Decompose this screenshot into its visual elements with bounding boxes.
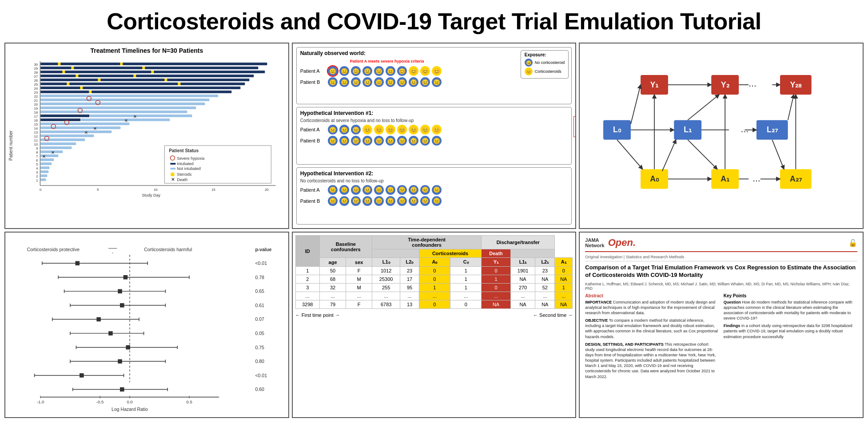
h1-fb-3: 😐 <box>351 136 361 146</box>
cell-l11: ... <box>510 292 535 300</box>
patient-a-row-h1: Patient A 😐 😐 😐 😊 😊 😊 😊 😊 😊 😊 <box>300 125 568 134</box>
svg-text:✕: ✕ <box>124 118 128 123</box>
h2-fb-4: 😐 <box>362 196 372 206</box>
svg-text:0: 0 <box>40 188 42 192</box>
svg-text:2: 2 <box>36 174 38 178</box>
panel-paper: JAMA Network Open. 🔓 Original Investigat… <box>579 232 864 418</box>
svg-text:15: 15 <box>211 188 215 192</box>
cell-a0: 0 <box>419 300 450 309</box>
svg-text:0.78: 0.78 <box>255 275 264 280</box>
cortico-row: 😊 Corticosteroids <box>525 67 565 75</box>
face-b-8: 😐 <box>409 77 418 87</box>
col-a0: A₀ <box>419 258 450 267</box>
svg-text:<0.01: <0.01 <box>255 373 267 378</box>
svg-text:Log Hazard Ratio: Log Hazard Ratio <box>111 406 148 412</box>
svg-rect-42 <box>40 103 205 105</box>
svg-text:Corticosteroids harmful: Corticosteroids harmful <box>144 247 192 252</box>
svg-rect-179 <box>80 373 84 378</box>
face-a-3: 😐 <box>351 66 361 76</box>
cell-id: 3298 <box>295 300 319 309</box>
forest-svg: Corticosteroids protective Corticosteroi… <box>11 236 283 414</box>
patient-b-row-h1: Patient B 😐 😐 😐 😐 😐 😐 😐 😐 😐 😐 <box>300 136 568 146</box>
h2-patient-b-label: Patient B <box>300 198 326 204</box>
panel-table: ID Baselineconfounders Time-dependentcon… <box>292 232 577 418</box>
importance-label: IMPORTANCE <box>585 300 613 304</box>
h1-fb-5: 😐 <box>374 136 384 146</box>
table-row: 3298 79 F 6783 13 0 0 NA NA NA NA <box>295 300 573 309</box>
patient-b-row-h2: Patient B 😐 😐 😐 😐 😐 😐 😐 😐 😐 😐 <box>300 196 568 206</box>
svg-text:...: ... <box>753 173 760 183</box>
svg-text:8: 8 <box>36 150 38 154</box>
h1-patient-a-label: Patient A <box>300 127 326 132</box>
svg-text:21: 21 <box>34 99 38 103</box>
cell-l20: 17 <box>400 275 419 284</box>
svg-rect-44 <box>40 110 187 113</box>
objective-section: OBJECTIVE To compare a modern method for… <box>585 318 719 339</box>
face-b-4: 😐 <box>362 77 372 87</box>
svg-text:✕: ✕ <box>51 150 55 155</box>
annotation-label: Patient A meets severe hypoxia criteria <box>350 59 424 63</box>
h2-fb-6: 😐 <box>386 196 395 206</box>
objective-label: OBJECTIVE <box>585 318 609 323</box>
svg-text:0.80: 0.80 <box>255 359 264 364</box>
svg-text:p-value: p-value <box>255 247 271 252</box>
design-section: DESIGN, SETTINGS, AND PARTICIPANTS This … <box>585 342 719 379</box>
svg-rect-45 <box>40 114 89 117</box>
h2-fb-1: 😐 <box>328 196 338 206</box>
table-row: ... ... ... ... ... ... ... ... ... ... … <box>295 292 573 300</box>
svg-text:0.5: 0.5 <box>186 399 192 404</box>
cell-a0: 0 <box>419 275 450 284</box>
jama-header: JAMA Network Open. 🔓 <box>585 237 857 252</box>
h1-fb-10: 😐 <box>432 136 442 146</box>
col-l20: L2₀ <box>400 258 419 267</box>
svg-rect-170 <box>108 331 113 335</box>
hyp1-subtitle: Corticosteroids at severe hypoxia and no… <box>300 118 568 123</box>
h2-fa-7: 😐 <box>397 185 407 195</box>
svg-rect-61 <box>40 170 48 173</box>
svg-text:Intubated: Intubated <box>177 162 194 166</box>
svg-rect-155 <box>76 261 80 265</box>
paper-two-col: Abstract IMPORTANCE Communication and ad… <box>585 293 857 382</box>
table-row: 3 32 M 255 95 1 1 0 270 52 1 <box>295 284 573 292</box>
cell-a0: ... <box>419 292 450 300</box>
jama-open-text: Open. <box>608 237 636 249</box>
svg-text:0.60: 0.60 <box>255 387 264 392</box>
h1-fa-2: 😐 <box>339 125 349 134</box>
patient-a-label: Patient A <box>300 68 326 74</box>
h2-fb-9: 😐 <box>420 196 430 206</box>
cell-l21: 52 <box>535 284 555 292</box>
cell-l20: 13 <box>400 300 419 309</box>
col-death-header: Death <box>482 249 510 258</box>
hyp1-title: Hypothetical Intervention #1: <box>300 110 568 116</box>
cell-c0: 1 <box>450 284 482 292</box>
h2-fa-2: 😐 <box>339 185 349 195</box>
svg-text:3: 3 <box>36 170 38 174</box>
cortico-label: Corticosteroids <box>535 69 561 74</box>
findings-text: In a cohort study using retrospective da… <box>724 324 852 339</box>
h1-fb-8: 😐 <box>409 136 418 146</box>
h2-patient-a-label: Patient A <box>300 187 326 193</box>
h1-fb-6: 😐 <box>386 136 395 146</box>
svg-rect-77 <box>178 83 180 85</box>
face-b-3: 😐 <box>351 77 361 87</box>
h2-fb-10: 😐 <box>432 196 442 206</box>
h2-fa-10: 😐 <box>432 185 442 195</box>
svg-text:13: 13 <box>34 130 38 134</box>
svg-text:6: 6 <box>36 158 38 162</box>
cell-y1: ... <box>482 292 510 300</box>
svg-text:12: 12 <box>34 134 38 138</box>
svg-rect-182 <box>120 387 124 392</box>
svg-text:18: 18 <box>34 110 38 114</box>
svg-rect-69 <box>67 83 69 85</box>
timelines-title: Treatment Timelines for N=30 Patients <box>9 47 285 54</box>
svg-text:19: 19 <box>34 107 38 110</box>
h2-fa-1: 😐 <box>328 185 338 195</box>
svg-text:30: 30 <box>34 63 38 67</box>
svg-line-131 <box>617 140 642 169</box>
findings-section: Findings In a cohort study using retrosp… <box>724 323 857 339</box>
h2-fb-3: 😐 <box>351 196 361 206</box>
cell-age: 68 <box>319 275 346 284</box>
face-a-7: 😊 <box>397 66 407 76</box>
timeline-svg: Patient number 30 29 28 27 26 25 24 <box>9 57 285 208</box>
second-time-label: ← Second time → <box>533 312 573 318</box>
